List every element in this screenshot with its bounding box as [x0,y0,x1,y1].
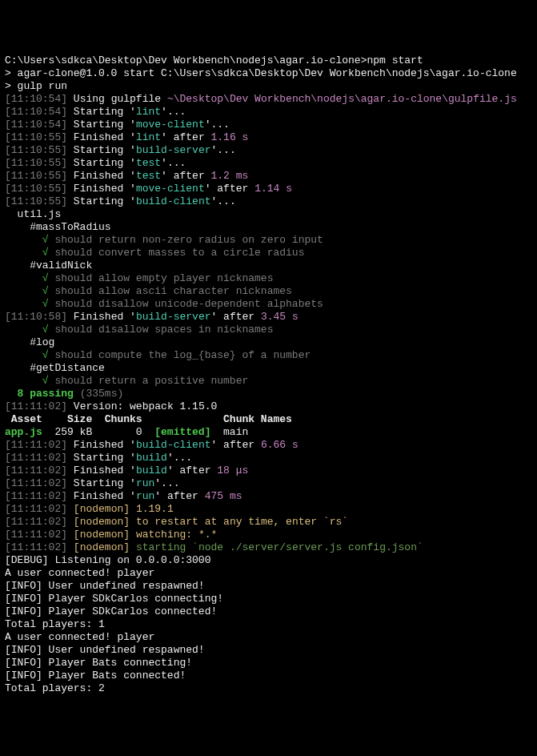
terminal-line: [11:11:02] Finished 'run' after 475 ms [5,490,532,503]
terminal-line: C:\Users\sdkca\Desktop\Dev Workbench\nod… [5,54,532,67]
terminal-line: app.js 259 kB 0 [emitted] main [5,426,532,439]
terminal-line: √ should return non-zero radius on zero … [5,234,532,247]
terminal-line: > gulp run [5,80,532,93]
terminal-line: [INFO] Player Bats connected! [5,670,532,682]
terminal-line: √ should allow empty player nicknames [5,272,532,285]
terminal-line: √ should return a positive number [5,375,532,388]
terminal-line: [11:10:55] Finished 'lint' after 1.16 s [5,131,532,144]
terminal-line: √ should allow ascii character nicknames [5,285,532,298]
terminal-line: [11:10:54] Using gulpfile ~\Desktop\Dev … [5,93,532,106]
terminal-line: [11:11:02] [nodemon] watching: *.* [5,529,532,541]
terminal-line: [INFO] Player SDkCarlos connecting! [5,593,532,605]
terminal-line: #log [5,336,532,349]
terminal-line: [11:10:58] Finished 'build-server' after… [5,311,532,324]
terminal-line: Asset Size Chunks Chunk Names [5,413,532,426]
terminal-line: A user connected! player [5,631,532,644]
terminal-line: √ should convert masses to a circle radi… [5,247,532,259]
terminal-line: [11:11:02] [nodemon] starting `node ./se… [5,541,532,554]
terminal-line: [INFO] Player Bats connecting! [5,657,532,670]
terminal-line: [11:11:02] Finished 'build' after 18 μs [5,464,532,477]
terminal-line: √ should disallow unicode-dependent alph… [5,298,532,311]
terminal-line: [DEBUG] Listening on 0.0.0.0:3000 [5,554,532,567]
terminal-line: > agar-clone@1.0.0 start C:\Users\sdkca\… [5,67,532,80]
terminal-line: #getDistance [5,362,532,375]
terminal-line: util.js [5,208,532,221]
terminal-line: [11:11:02] [nodemon] 1.19.1 [5,503,532,516]
terminal-line: 8 passing (335ms) [5,388,532,400]
terminal-line: [11:10:55] Finished 'test' after 1.2 ms [5,170,532,183]
terminal-line: [INFO] Player SDkCarlos connected! [5,605,532,618]
terminal-line: [11:11:02] [nodemon] to restart at any t… [5,516,532,529]
terminal-line: [11:10:55] Starting 'build-server'... [5,144,532,157]
terminal-line: [11:11:02] Finished 'build-client' after… [5,439,532,452]
terminal-line: [11:11:02] Version: webpack 1.15.0 [5,400,532,413]
terminal-line: #validNick [5,259,532,272]
terminal-line: [11:11:02] Starting 'run'... [5,477,532,490]
terminal-line: √ should disallow spaces in nicknames [5,324,532,336]
terminal-line: [INFO] User undefined respawned! [5,644,532,657]
terminal-line: Total players: 1 [5,618,532,631]
terminal-line: [11:10:55] Finished 'move-client' after … [5,183,532,195]
terminal-line: [11:10:55] Starting 'build-client'... [5,195,532,208]
terminal-line: [11:11:02] Starting 'build'... [5,452,532,464]
terminal-line: [11:10:54] Starting 'lint'... [5,106,532,119]
terminal-line: √ should compute the log_{base} of a num… [5,349,532,362]
terminal-line: [INFO] User undefined respawned! [5,580,532,593]
terminal-line: #massToRadius [5,221,532,234]
terminal-line: Total players: 2 [5,682,532,695]
terminal-output: C:\Users\sdkca\Desktop\Dev Workbench\nod… [5,54,532,695]
terminal-line: [11:10:54] Starting 'move-client'... [5,119,532,131]
terminal-line: [11:10:55] Starting 'test'... [5,157,532,170]
terminal-line: A user connected! player [5,567,532,580]
